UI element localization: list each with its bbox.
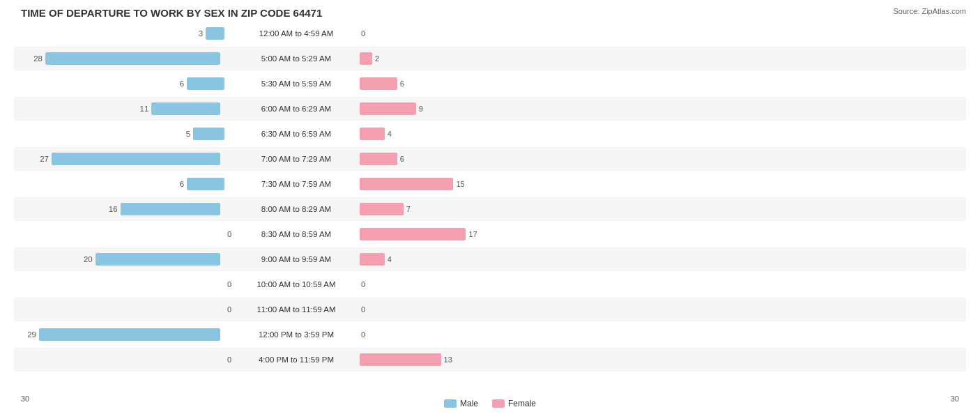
female-value-label: 13 (444, 355, 452, 364)
female-value-label: 4 (388, 130, 392, 138)
legend: Male Female (444, 399, 536, 408)
time-label: 9:00 AM to 9:59 AM (237, 255, 355, 263)
male-zero-label: 0 (227, 305, 231, 314)
female-zero-label: 0 (361, 305, 365, 314)
male-bar (193, 128, 224, 140)
chart-row: 5 6:30 AM to 6:59 AM 4 (14, 122, 966, 146)
male-value-label: 27 (40, 155, 49, 163)
time-label: 12:00 AM to 4:59 AM (237, 29, 355, 38)
chart-area: 3 12:00 AM to 4:59 AM 0 28 5:00 AM to 5:… (14, 22, 966, 362)
chart-row: 0 8:30 AM to 8:59 AM 17 (14, 222, 966, 246)
female-bar (360, 228, 466, 240)
chart-row: 28 5:00 AM to 5:29 AM 2 (14, 47, 966, 70)
male-zero-label: 0 (227, 355, 231, 364)
female-legend-color (492, 399, 505, 408)
chart-row: 6 5:30 AM to 5:59 AM 6 (14, 72, 966, 95)
male-zero-label: 0 (227, 280, 231, 289)
chart-row: 20 9:00 AM to 9:59 AM 4 (14, 247, 966, 271)
male-bar (39, 328, 220, 341)
female-legend-label: Female (508, 399, 536, 408)
female-bar (360, 128, 385, 140)
chart-row: 29 12:00 PM to 3:59 PM 0 (14, 323, 966, 346)
female-bar (360, 353, 441, 366)
time-label: 11:00 AM to 11:59 AM (237, 305, 355, 314)
female-bar (360, 153, 397, 165)
male-value-label: 16 (109, 205, 118, 213)
female-zero-label: 0 (361, 280, 365, 289)
male-bar (187, 178, 224, 190)
time-label: 6:00 AM to 6:29 AM (237, 105, 355, 113)
female-value-label: 6 (400, 155, 404, 163)
male-bar (206, 27, 224, 40)
male-legend-label: Male (460, 399, 478, 408)
female-zero-label: 0 (361, 330, 365, 339)
female-zero-label: 0 (361, 29, 365, 38)
female-bar (360, 52, 372, 65)
time-label: 12:00 PM to 3:59 PM (237, 330, 355, 339)
chart-container: TIME OF DEPARTURE TO WORK BY SEX IN ZIP … (0, 0, 980, 414)
time-label: 10:00 AM to 10:59 AM (237, 280, 355, 289)
time-label: 5:00 AM to 5:29 AM (237, 54, 355, 63)
female-value-label: 17 (468, 230, 477, 238)
chart-row: 16 8:00 AM to 8:29 AM 7 (14, 197, 966, 221)
female-bar (360, 178, 453, 190)
chart-row: 0 10:00 AM to 10:59 AM 0 (14, 273, 966, 296)
male-value-label: 5 (186, 130, 190, 138)
male-bar (121, 203, 220, 215)
source-text: Source: ZipAtlas.com (893, 7, 966, 15)
male-bar (45, 52, 220, 65)
chart-row: 3 12:00 AM to 4:59 AM 0 (14, 22, 966, 45)
time-label: 6:30 AM to 6:59 AM (237, 130, 355, 138)
male-value-label: 28 (33, 54, 43, 63)
male-value-label: 11 (140, 105, 149, 113)
male-value-label: 29 (27, 330, 36, 339)
chart-row: 0 4:00 PM to 11:59 PM 13 (14, 348, 966, 371)
male-value-label: 20 (84, 255, 93, 263)
female-bar (360, 253, 385, 266)
bottom-axis-right: 30 (951, 394, 959, 408)
time-label: 7:00 AM to 7:29 AM (237, 155, 355, 163)
time-label: 5:30 AM to 5:59 AM (237, 79, 355, 88)
chart-row: 27 7:00 AM to 7:29 AM 6 (14, 147, 966, 171)
female-bar (360, 77, 397, 90)
legend-female: Female (492, 399, 536, 408)
bottom-axis-left: 30 (21, 394, 29, 408)
female-value-label: 2 (375, 54, 379, 63)
chart-title: TIME OF DEPARTURE TO WORK BY SEX IN ZIP … (14, 7, 966, 19)
time-label: 8:00 AM to 8:29 AM (237, 205, 355, 213)
male-bar (187, 77, 224, 90)
male-value-label: 6 (180, 180, 184, 188)
male-bar (95, 253, 220, 266)
male-bar (151, 102, 220, 115)
female-bar (360, 203, 404, 215)
time-label: 8:30 AM to 8:59 AM (237, 230, 355, 238)
male-value-label: 3 (199, 29, 203, 38)
chart-row: 6 7:30 AM to 7:59 AM 15 (14, 172, 966, 196)
female-value-label: 9 (419, 105, 423, 113)
male-legend-color (444, 399, 457, 408)
chart-row: 0 11:00 AM to 11:59 AM 0 (14, 298, 966, 321)
female-value-label: 15 (456, 180, 464, 188)
time-label: 7:30 AM to 7:59 AM (237, 180, 355, 188)
male-value-label: 6 (180, 79, 184, 88)
female-bar (360, 102, 416, 115)
male-zero-label: 0 (227, 230, 231, 238)
female-value-label: 6 (400, 79, 404, 88)
time-label: 4:00 PM to 11:59 PM (237, 355, 355, 364)
legend-male: Male (444, 399, 478, 408)
chart-row: 11 6:00 AM to 6:29 AM 9 (14, 97, 966, 121)
female-value-label: 7 (406, 205, 411, 213)
male-bar (52, 153, 220, 165)
female-value-label: 4 (388, 255, 392, 263)
